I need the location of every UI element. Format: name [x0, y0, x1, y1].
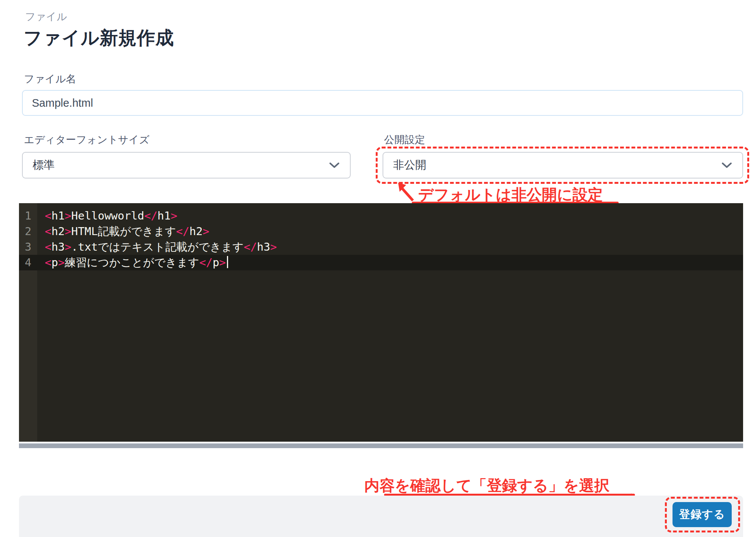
code-line[interactable]: 1<h1>Hellowworld</h1> — [19, 208, 743, 224]
text-cursor — [227, 256, 228, 268]
editor-font-size-value: 標準 — [33, 158, 55, 173]
page-title: ファイル新規作成 — [24, 26, 174, 50]
line-number: 4 — [19, 255, 37, 270]
code-text: <p>練習につかことができます</p> — [37, 255, 228, 270]
chevron-down-icon — [329, 161, 340, 169]
submit-highlight-box — [665, 497, 740, 532]
line-number: 2 — [19, 224, 37, 239]
file-name-label: ファイル名 — [24, 72, 76, 86]
code-text: <h3>.txtではテキスト記載ができます</h3> — [37, 239, 277, 255]
visibility-highlight-box — [376, 147, 749, 184]
code-lines: 1<h1>Hellowworld</h1>2<h2>HTML記載ができます</h… — [19, 208, 743, 270]
breadcrumb[interactable]: ファイル — [25, 10, 67, 24]
code-editor[interactable]: 1<h1>Hellowworld</h1>2<h2>HTML記載ができます</h… — [19, 203, 743, 442]
footer-bar — [19, 496, 743, 537]
new-file-page: ファイル ファイル新規作成 ファイル名 エディターフォントサイズ 標準 公開設定… — [0, 0, 756, 537]
editor-font-size-select[interactable]: 標準 — [22, 152, 351, 178]
editor-horizontal-scrollbar[interactable] — [19, 443, 743, 448]
code-line[interactable]: 3<h3>.txtではテキスト記載ができます</h3> — [19, 239, 743, 255]
file-name-input[interactable] — [22, 90, 743, 116]
line-number: 1 — [19, 208, 37, 224]
code-text: <h2>HTML記載ができます</h2> — [37, 224, 209, 239]
code-line[interactable]: 4<p>練習につかことができます</p> — [19, 255, 743, 270]
submit-annotation: 内容を確認して「登録する」を選択 — [364, 475, 610, 496]
visibility-label: 公開設定 — [384, 133, 425, 147]
code-text: <h1>Hellowworld</h1> — [37, 208, 177, 224]
editor-font-size-label: エディターフォントサイズ — [24, 133, 150, 147]
code-line[interactable]: 2<h2>HTML記載ができます</h2> — [19, 224, 743, 239]
line-number: 3 — [19, 239, 37, 255]
